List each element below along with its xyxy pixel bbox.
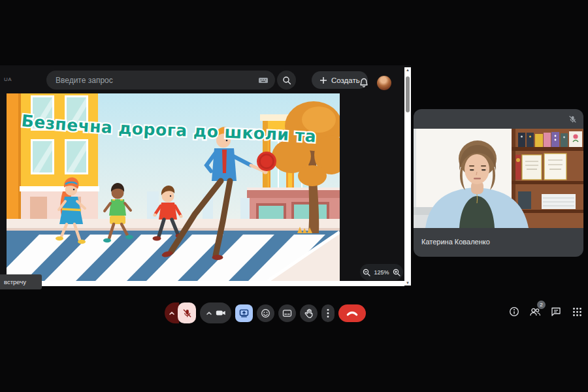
participant-tile[interactable]: Катерина Коваленко xyxy=(414,109,583,257)
horizontal-scrollbar[interactable] xyxy=(0,281,404,286)
chevron-up-icon xyxy=(169,311,175,316)
reactions-button[interactable] xyxy=(257,304,274,322)
leave-meeting-tooltip: встречу xyxy=(0,274,42,289)
search-button[interactable] xyxy=(277,71,296,90)
meeting-panel-controls: 2 xyxy=(508,306,588,318)
zoom-in-icon[interactable] xyxy=(393,269,400,276)
zoom-control: 125% xyxy=(360,264,403,280)
zoom-level: 125% xyxy=(374,269,389,276)
present-screen-icon xyxy=(239,309,249,318)
meeting-toolbar xyxy=(165,302,366,323)
search-input[interactable]: Введите запрос xyxy=(46,71,275,90)
raise-hand-button[interactable] xyxy=(300,304,318,322)
keyboard-icon[interactable] xyxy=(258,76,269,84)
end-call-icon xyxy=(346,310,358,316)
smiley-icon xyxy=(261,308,270,318)
bell-icon xyxy=(358,77,370,89)
present-screen-button[interactable] xyxy=(235,304,253,322)
chevron-up-icon xyxy=(206,311,212,316)
locale-label[interactable]: UA xyxy=(4,76,12,82)
search-placeholder: Введите запрос xyxy=(56,76,258,85)
plus-icon xyxy=(319,76,327,84)
meeting-details-button[interactable] xyxy=(508,306,520,318)
tooltip-text: встречу xyxy=(4,278,26,286)
end-call-button[interactable] xyxy=(338,304,366,322)
mic-off-icon xyxy=(182,308,192,318)
scroll-down-arrow[interactable]: ▼ xyxy=(404,280,411,286)
left-building xyxy=(7,93,99,221)
mic-options-button[interactable] xyxy=(165,302,179,323)
info-icon xyxy=(509,306,519,317)
account-avatar[interactable] xyxy=(377,76,391,90)
notifications-button[interactable] xyxy=(358,77,370,89)
more-options-button[interactable] xyxy=(321,304,335,322)
participant-video xyxy=(414,129,583,228)
apps-grid-icon xyxy=(572,307,582,317)
search-icon xyxy=(282,76,291,85)
more-options-icon xyxy=(327,308,329,318)
shared-screen-window: UA Введите запрос Создать ▲ ▼ xyxy=(0,65,411,286)
slide-illustration: Безпечна дорога до школи та дому xyxy=(7,93,340,281)
captions-icon xyxy=(282,309,292,318)
vertical-scrollbar[interactable]: ▲ ▼ xyxy=(404,67,411,286)
participants-button[interactable]: 2 xyxy=(529,306,541,318)
presentation-slide: Безпечна дорога до школи та дому xyxy=(7,93,340,281)
participant-name: Катерина Коваленко xyxy=(421,238,490,246)
captions-button[interactable] xyxy=(278,304,296,322)
participants-count-badge: 2 xyxy=(537,301,546,309)
mute-microphone-button[interactable] xyxy=(178,302,196,323)
scrollbar-thumb[interactable] xyxy=(406,76,410,112)
chat-icon xyxy=(551,306,561,317)
chat-button[interactable] xyxy=(550,306,562,318)
camera-control[interactable] xyxy=(200,302,231,323)
raise-hand-icon xyxy=(304,308,314,318)
create-button-label: Создать xyxy=(331,76,360,84)
zoom-out-icon[interactable] xyxy=(363,269,370,276)
activities-button[interactable] xyxy=(571,306,583,318)
microphone-control xyxy=(165,302,196,323)
camera-icon xyxy=(216,308,226,318)
scroll-up-arrow[interactable]: ▲ xyxy=(404,67,411,73)
participant-mic-off-icon xyxy=(568,115,577,123)
